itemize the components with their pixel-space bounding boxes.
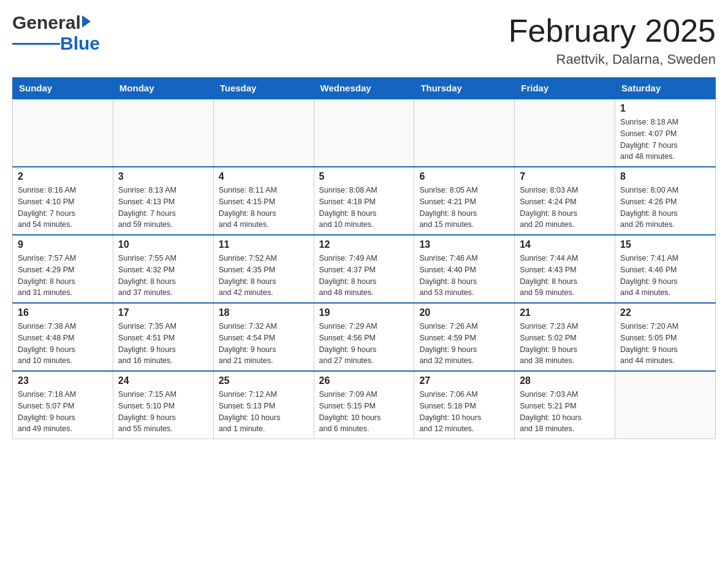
day-info: Sunrise: 8:05 AM Sunset: 4:21 PM Dayligh… [419, 185, 509, 231]
day-cell: 11Sunrise: 7:52 AM Sunset: 4:35 PM Dayli… [213, 235, 314, 303]
calendar-table: SundayMondayTuesdayWednesdayThursdayFrid… [12, 77, 716, 439]
day-info: Sunrise: 7:46 AM Sunset: 4:40 PM Dayligh… [419, 253, 509, 299]
day-number: 5 [319, 171, 409, 182]
day-number: 3 [118, 171, 208, 182]
day-number: 15 [620, 239, 710, 250]
day-cell [13, 99, 113, 167]
day-cell [113, 99, 213, 167]
day-number: 7 [520, 171, 610, 182]
day-number: 23 [18, 375, 108, 386]
day-number: 9 [18, 239, 108, 250]
week-row-2: 2Sunrise: 8:16 AM Sunset: 4:10 PM Daylig… [13, 167, 716, 235]
day-info: Sunrise: 7:09 AM Sunset: 5:15 PM Dayligh… [319, 389, 409, 435]
day-info: Sunrise: 7:20 AM Sunset: 5:05 PM Dayligh… [620, 321, 710, 367]
day-cell: 20Sunrise: 7:26 AM Sunset: 4:59 PM Dayli… [414, 303, 515, 371]
day-info: Sunrise: 7:12 AM Sunset: 5:13 PM Dayligh… [219, 389, 309, 435]
logo: General Blue [12, 12, 100, 54]
day-info: Sunrise: 7:57 AM Sunset: 4:29 PM Dayligh… [18, 253, 108, 299]
day-number: 14 [520, 239, 610, 250]
header-monday: Monday [113, 78, 213, 99]
day-cell: 18Sunrise: 7:32 AM Sunset: 4:54 PM Dayli… [213, 303, 314, 371]
day-cell: 28Sunrise: 7:03 AM Sunset: 5:21 PM Dayli… [515, 371, 615, 439]
logo-general-text: General [12, 12, 81, 33]
day-info: Sunrise: 7:55 AM Sunset: 4:32 PM Dayligh… [118, 253, 208, 299]
header-friday: Friday [515, 78, 615, 99]
day-info: Sunrise: 8:03 AM Sunset: 4:24 PM Dayligh… [520, 185, 610, 231]
day-number: 25 [219, 375, 309, 386]
day-number: 11 [219, 239, 309, 250]
day-number: 18 [219, 307, 309, 318]
day-cell: 14Sunrise: 7:44 AM Sunset: 4:43 PM Dayli… [515, 235, 615, 303]
day-cell: 13Sunrise: 7:46 AM Sunset: 4:40 PM Dayli… [414, 235, 515, 303]
header-wednesday: Wednesday [314, 78, 414, 99]
day-cell: 2Sunrise: 8:16 AM Sunset: 4:10 PM Daylig… [13, 167, 113, 235]
week-row-3: 9Sunrise: 7:57 AM Sunset: 4:29 PM Daylig… [13, 235, 716, 303]
day-cell [414, 99, 515, 167]
header-thursday: Thursday [414, 78, 515, 99]
day-cell: 10Sunrise: 7:55 AM Sunset: 4:32 PM Dayli… [113, 235, 213, 303]
day-info: Sunrise: 7:26 AM Sunset: 4:59 PM Dayligh… [419, 321, 509, 367]
day-number: 19 [319, 307, 409, 318]
day-number: 13 [419, 239, 509, 250]
logo-arrow-icon [82, 15, 91, 28]
day-number: 21 [520, 307, 610, 318]
day-info: Sunrise: 7:06 AM Sunset: 5:18 PM Dayligh… [419, 389, 509, 435]
day-number: 28 [520, 375, 610, 386]
day-number: 16 [18, 307, 108, 318]
day-number: 17 [118, 307, 208, 318]
day-info: Sunrise: 7:49 AM Sunset: 4:37 PM Dayligh… [319, 253, 409, 299]
day-cell: 15Sunrise: 7:41 AM Sunset: 4:46 PM Dayli… [615, 235, 716, 303]
day-number: 27 [419, 375, 509, 386]
day-number: 22 [620, 307, 710, 318]
logo-blue-text: Blue [60, 33, 100, 54]
day-cell: 12Sunrise: 7:49 AM Sunset: 4:37 PM Dayli… [314, 235, 414, 303]
day-cell: 27Sunrise: 7:06 AM Sunset: 5:18 PM Dayli… [414, 371, 515, 439]
day-cell: 1Sunrise: 8:18 AM Sunset: 4:07 PM Daylig… [615, 99, 716, 167]
day-cell: 3Sunrise: 8:13 AM Sunset: 4:13 PM Daylig… [113, 167, 213, 235]
page-header: General Blue February 2025 Raettvik, Dal… [12, 12, 716, 67]
day-info: Sunrise: 7:44 AM Sunset: 4:43 PM Dayligh… [520, 253, 610, 299]
day-info: Sunrise: 8:11 AM Sunset: 4:15 PM Dayligh… [219, 185, 309, 231]
calendar-title: February 2025 [509, 12, 716, 49]
header-sunday: Sunday [13, 78, 113, 99]
day-cell [314, 99, 414, 167]
day-info: Sunrise: 7:15 AM Sunset: 5:10 PM Dayligh… [118, 389, 208, 435]
header-saturday: Saturday [615, 78, 716, 99]
day-info: Sunrise: 8:13 AM Sunset: 4:13 PM Dayligh… [118, 185, 208, 231]
day-cell: 6Sunrise: 8:05 AM Sunset: 4:21 PM Daylig… [414, 167, 515, 235]
day-cell: 22Sunrise: 7:20 AM Sunset: 5:05 PM Dayli… [615, 303, 716, 371]
day-number: 26 [319, 375, 409, 386]
day-cell: 8Sunrise: 8:00 AM Sunset: 4:26 PM Daylig… [615, 167, 716, 235]
day-number: 2 [18, 171, 108, 182]
day-number: 20 [419, 307, 509, 318]
day-info: Sunrise: 8:00 AM Sunset: 4:26 PM Dayligh… [620, 185, 710, 231]
day-cell: 5Sunrise: 8:08 AM Sunset: 4:18 PM Daylig… [314, 167, 414, 235]
day-cell: 17Sunrise: 7:35 AM Sunset: 4:51 PM Dayli… [113, 303, 213, 371]
week-row-5: 23Sunrise: 7:18 AM Sunset: 5:07 PM Dayli… [13, 371, 716, 439]
week-row-4: 16Sunrise: 7:38 AM Sunset: 4:48 PM Dayli… [13, 303, 716, 371]
day-number: 4 [219, 171, 309, 182]
calendar-subtitle: Raettvik, Dalarna, Sweden [509, 52, 716, 67]
day-info: Sunrise: 7:03 AM Sunset: 5:21 PM Dayligh… [520, 389, 610, 435]
day-number: 24 [118, 375, 208, 386]
day-number: 12 [319, 239, 409, 250]
day-info: Sunrise: 7:52 AM Sunset: 4:35 PM Dayligh… [219, 253, 309, 299]
day-cell [515, 99, 615, 167]
header-tuesday: Tuesday [213, 78, 314, 99]
day-cell: 16Sunrise: 7:38 AM Sunset: 4:48 PM Dayli… [13, 303, 113, 371]
day-info: Sunrise: 7:32 AM Sunset: 4:54 PM Dayligh… [219, 321, 309, 367]
week-row-1: 1Sunrise: 8:18 AM Sunset: 4:07 PM Daylig… [13, 99, 716, 167]
day-number: 10 [118, 239, 208, 250]
day-info: Sunrise: 8:18 AM Sunset: 4:07 PM Dayligh… [620, 117, 710, 163]
day-info: Sunrise: 7:23 AM Sunset: 5:02 PM Dayligh… [520, 321, 610, 367]
day-cell: 4Sunrise: 8:11 AM Sunset: 4:15 PM Daylig… [213, 167, 314, 235]
day-info: Sunrise: 7:29 AM Sunset: 4:56 PM Dayligh… [319, 321, 409, 367]
day-number: 8 [620, 171, 710, 182]
day-info: Sunrise: 7:35 AM Sunset: 4:51 PM Dayligh… [118, 321, 208, 367]
day-cell [615, 371, 716, 439]
day-cell: 9Sunrise: 7:57 AM Sunset: 4:29 PM Daylig… [13, 235, 113, 303]
title-block: February 2025 Raettvik, Dalarna, Sweden [509, 12, 716, 67]
day-info: Sunrise: 8:16 AM Sunset: 4:10 PM Dayligh… [18, 185, 108, 231]
day-cell: 23Sunrise: 7:18 AM Sunset: 5:07 PM Dayli… [13, 371, 113, 439]
day-info: Sunrise: 8:08 AM Sunset: 4:18 PM Dayligh… [319, 185, 409, 231]
